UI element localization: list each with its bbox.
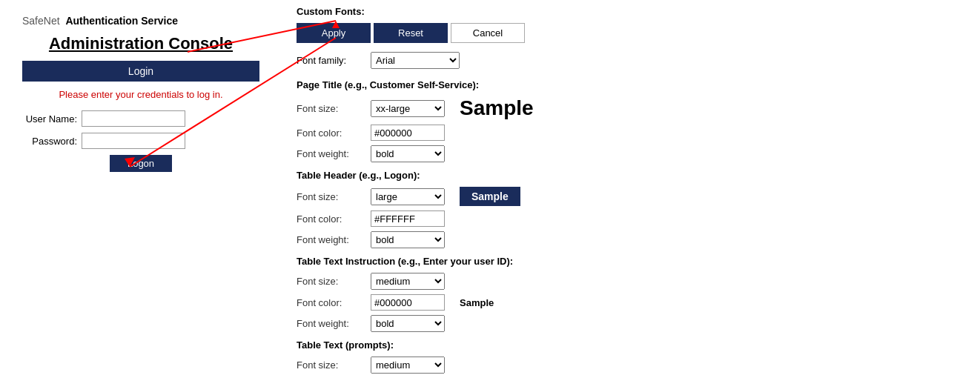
table-instruction-sample: Sample: [460, 297, 494, 308]
reset-button[interactable]: Reset: [374, 23, 448, 43]
table-instruction-section-title: Table Text Instruction (e.g., Enter your…: [297, 256, 965, 267]
password-row: Password:: [22, 133, 259, 149]
table-text-fields: Font size: xx-smallx-smallsmall mediumla…: [297, 357, 965, 378]
credentials-text: Please enter your credentials to log in.: [22, 89, 259, 100]
action-buttons: Apply Reset Cancel: [297, 23, 965, 43]
table-instruction-fields: Font size: xx-smallx-smallsmall mediumla…: [297, 273, 965, 332]
page-title-color-row: Font color:: [297, 125, 965, 141]
table-text-section-title: Table Text (prompts):: [297, 339, 965, 351]
username-input[interactable]: [82, 110, 185, 127]
logon-button-row: Logon: [22, 155, 259, 172]
username-row: User Name:: [22, 110, 259, 127]
custom-fonts-title: Custom Fonts:: [297, 6, 965, 17]
table-header-size-select[interactable]: xx-smallx-smallsmall mediumlargex-largex…: [371, 188, 445, 205]
page-wrapper: SafeNet Authentication Service Administr…: [0, 0, 980, 378]
brand-text: SafeNet Authentication Service: [22, 15, 178, 27]
table-header-weight-row: Font weight: normalboldbolderlighter: [297, 231, 965, 248]
table-header-fields: Font size: xx-smallx-smallsmall mediumla…: [297, 187, 965, 248]
page-title-weight-label: Font weight:: [297, 148, 371, 159]
table-header-color-row: Font color:: [297, 210, 965, 227]
username-label: User Name:: [22, 113, 82, 125]
font-family-row: Font family: Arial Verdana Times New Rom…: [297, 52, 965, 69]
password-label: Password:: [22, 136, 82, 147]
table-instruction-size-label: Font size:: [297, 276, 371, 287]
table-instruction-color-row: Font color: Sample: [297, 294, 965, 311]
brand-header: SafeNet Authentication Service: [22, 15, 259, 27]
page-title-size-select[interactable]: xx-smallx-smallsmall mediumlargex-large …: [371, 100, 445, 117]
page-title-fields: Font size: xx-smallx-smallsmall mediumla…: [297, 96, 965, 162]
cancel-button[interactable]: Cancel: [451, 23, 525, 43]
table-instruction-color-input[interactable]: [371, 294, 445, 311]
page-title-weight-select[interactable]: normalboldbolderlighter: [371, 145, 445, 162]
table-header-weight-select[interactable]: normalboldbolderlighter: [371, 231, 445, 248]
logon-button[interactable]: Logon: [110, 155, 172, 172]
table-instruction-size-row: Font size: xx-smallx-smallsmall mediumla…: [297, 273, 965, 290]
table-header-color-label: Font color:: [297, 213, 371, 225]
table-header-size-label: Font size:: [297, 191, 371, 202]
page-title-color-label: Font color:: [297, 127, 371, 139]
table-header-weight-label: Font weight:: [297, 234, 371, 245]
table-text-size-select[interactable]: xx-smallx-smallsmall mediumlargex-largex…: [371, 357, 445, 374]
table-text-size-row: Font size: xx-smallx-smallsmall mediumla…: [297, 357, 965, 374]
font-family-label: Font family:: [297, 55, 371, 66]
table-instruction-weight-label: Font weight:: [297, 318, 371, 329]
page-title-size-row: Font size: xx-smallx-smallsmall mediumla…: [297, 96, 965, 120]
page-title-weight-row: Font weight: normalboldbolderlighter: [297, 145, 965, 162]
table-header-sample: Sample: [460, 187, 520, 206]
table-header-color-input[interactable]: [371, 210, 445, 227]
font-family-select[interactable]: Arial Verdana Times New Roman Courier Ne…: [371, 52, 460, 69]
table-instruction-weight-row: Font weight: normalboldbolderlighter: [297, 315, 965, 332]
page-title-size-label: Font size:: [297, 103, 371, 114]
login-bar: Login: [22, 61, 259, 82]
table-instruction-color-label: Font color:: [297, 297, 371, 308]
right-panel: Custom Fonts: Apply Reset Cancel Font fa…: [282, 0, 980, 378]
table-header-size-row: Font size: xx-smallx-smallsmall mediumla…: [297, 187, 965, 206]
table-instruction-size-select[interactable]: xx-smallx-smallsmall mediumlargex-largex…: [371, 273, 445, 290]
page-title: Administration Console: [22, 34, 259, 53]
table-header-section-title: Table Header (e.g., Logon):: [297, 170, 965, 181]
page-title-sample: Sample: [460, 96, 534, 120]
password-input[interactable]: [82, 133, 185, 149]
page-title-color-input[interactable]: [371, 125, 445, 141]
page-title-section-title: Page Title (e.g., Customer Self-Service)…: [297, 79, 965, 90]
left-panel: SafeNet Authentication Service Administr…: [0, 0, 282, 378]
table-text-size-label: Font size:: [297, 359, 371, 371]
table-instruction-weight-select[interactable]: normalboldbolderlighter: [371, 315, 445, 332]
apply-button[interactable]: Apply: [297, 23, 371, 43]
